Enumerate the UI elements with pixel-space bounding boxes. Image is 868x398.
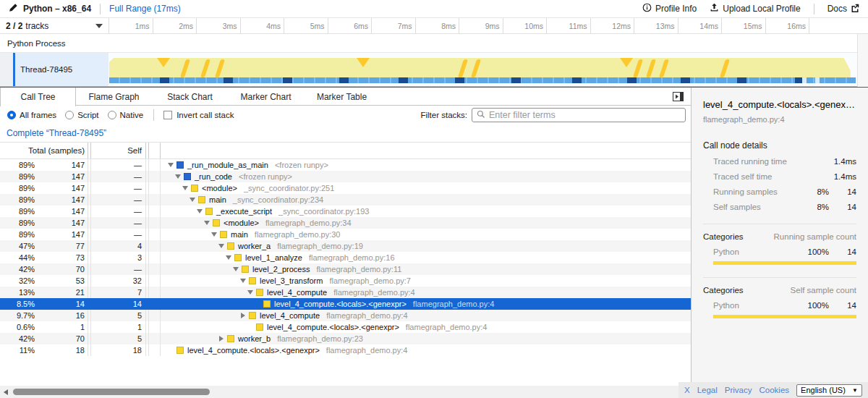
row-total-percent: 89% xyxy=(0,207,38,216)
tab-marker-table[interactable]: Marker Table xyxy=(304,88,380,106)
column-total-samples[interactable]: Total (samples) xyxy=(0,146,87,155)
scroll-left-arrow-icon[interactable] xyxy=(4,389,8,395)
triangle-icon xyxy=(197,209,203,213)
scrollbar-thumb[interactable] xyxy=(13,389,210,395)
tab-call-tree[interactable]: Call Tree xyxy=(0,88,76,106)
tab-marker-chart[interactable]: Marker Chart xyxy=(228,88,304,106)
category-square-icon xyxy=(205,208,213,215)
expand-right-icon[interactable] xyxy=(217,336,226,342)
table-row[interactable]: 89%147—_run_code<frozen runpy> xyxy=(0,171,691,182)
tracks-word: tracks xyxy=(25,21,48,31)
triangle-icon xyxy=(190,198,195,202)
icon-column xyxy=(149,344,161,356)
function-name: <module> xyxy=(202,184,237,192)
filter-stacks-input[interactable]: Enter filter terms xyxy=(472,108,686,122)
docs-link[interactable]: Docs xyxy=(827,4,859,14)
timeline-vertical-scrollbar[interactable] xyxy=(857,34,868,87)
radio-all-frames[interactable] xyxy=(7,111,16,119)
file-location: flamegraph_demo.py:30 xyxy=(255,230,341,239)
table-row[interactable]: 89%147—<module>flamegraph_demo.py:34 xyxy=(0,217,691,229)
breadcrumb[interactable]: Complete “Thread-78495” xyxy=(7,128,106,138)
row-total-samples: 147 xyxy=(38,195,87,204)
footer-link-cookies[interactable]: Cookies xyxy=(760,386,790,394)
table-row[interactable]: 32%5332level_3_transformflamegraph_demo.… xyxy=(0,275,691,287)
detail-row: Self samples8%14 xyxy=(703,203,856,211)
table-row[interactable]: 42%70—level_2_processflamegraph_demo.py:… xyxy=(0,263,691,275)
expand-down-icon[interactable] xyxy=(246,290,255,295)
table-row[interactable]: 44%733level_1_analyzeflamegraph_demo.py:… xyxy=(0,252,691,263)
radio-script[interactable] xyxy=(65,111,74,119)
expand-down-icon[interactable] xyxy=(224,255,233,260)
category-heading-right: Running sample count xyxy=(774,232,856,241)
file-location: _sync_coordinator.py:193 xyxy=(278,207,369,216)
footer-link-privacy[interactable]: Privacy xyxy=(725,386,752,394)
category-square-icon xyxy=(198,196,205,203)
expand-down-icon[interactable] xyxy=(231,267,240,271)
table-row[interactable]: 9.7%165level_4_computeflamegraph_demo.py… xyxy=(0,310,691,321)
expand-down-icon[interactable] xyxy=(239,279,247,283)
icon-column xyxy=(149,321,161,333)
expand-right-icon[interactable] xyxy=(239,313,247,318)
table-row[interactable]: 13%217level_4_computeflamegraph_demo.py:… xyxy=(0,287,691,298)
ruler-tick: 13ms xyxy=(634,18,678,33)
expand-down-icon[interactable] xyxy=(181,186,190,190)
file-location: flamegraph_demo.py:4 xyxy=(406,323,488,331)
file-location: flamegraph_demo.py:4 xyxy=(326,346,408,355)
icon-column xyxy=(149,298,161,310)
table-row[interactable]: 42%705worker_bflamegraph_demo.py:23 xyxy=(0,333,691,344)
table-row[interactable]: 47%774worker_aflamegraph_demo.py:19 xyxy=(0,240,691,252)
triangle-icon xyxy=(226,255,231,260)
upload-profile-button[interactable]: Upload Local Profile xyxy=(710,3,800,14)
edit-pencil-icon[interactable] xyxy=(9,3,18,14)
table-row[interactable]: 89%147—_execute_script_sync_coordinator.… xyxy=(0,206,691,217)
table-row[interactable]: 89%147—_run_module_as_main<frozen runpy> xyxy=(0,159,691,171)
marker-slash-icon xyxy=(215,59,225,77)
thread-activity-graph[interactable] xyxy=(109,53,857,86)
full-range-link[interactable]: Full Range (17ms) xyxy=(109,4,181,14)
function-name: level_1_analyze xyxy=(245,253,302,262)
table-row[interactable]: 89%147—main_sync_coordinator.py:234 xyxy=(0,194,691,206)
triangle-icon xyxy=(247,290,253,295)
table-row[interactable]: 11%1818level_4_compute.<locals>.<genexpr… xyxy=(0,344,691,356)
language-select[interactable]: English (US) ▼ xyxy=(796,384,862,397)
row-total-samples: 16 xyxy=(38,311,87,320)
column-self[interactable]: Self xyxy=(91,146,145,155)
expand-down-icon[interactable] xyxy=(174,174,182,179)
thread-label[interactable]: Thread-78495 xyxy=(15,53,109,86)
tab-stack-chart[interactable]: Stack Chart xyxy=(152,88,228,106)
tracks-dropdown[interactable]: 2 / 2 tracks xyxy=(0,18,109,33)
table-row[interactable]: 89%147—<module>_sync_coordinator.py:251 xyxy=(0,182,691,194)
invert-call-stack-checkbox[interactable] xyxy=(163,111,172,119)
ruler-tick: 11ms xyxy=(547,18,591,33)
footer-link-legal[interactable]: Legal xyxy=(697,386,718,394)
table-row[interactable]: 0.6%11level_4_compute.<locals>.<genexpr>… xyxy=(0,321,691,333)
detail-value: 14 xyxy=(829,203,856,211)
expand-down-icon[interactable] xyxy=(217,244,226,248)
expand-down-icon[interactable] xyxy=(166,163,175,167)
thread-track[interactable]: Thread-78495 xyxy=(0,53,857,87)
row-tree-cell: main_sync_coordinator.py:234 xyxy=(161,195,691,204)
category-item-percent: 100% xyxy=(801,301,829,310)
icon-column xyxy=(149,240,161,252)
row-tree-cell: level_4_compute.<locals>.<genexpr>flameg… xyxy=(161,323,691,331)
table-row[interactable]: 89%147—mainflamegraph_demo.py:30 xyxy=(0,229,691,240)
radio-native[interactable] xyxy=(108,111,116,119)
table-row[interactable]: 8.5%1414level_4_compute.<locals>.<genexp… xyxy=(0,298,691,310)
process-track-header[interactable]: Python Process xyxy=(0,34,857,53)
category-square-icon xyxy=(184,173,191,180)
radio-label: Native xyxy=(120,111,144,119)
tab-flame-graph[interactable]: Flame Graph xyxy=(76,88,152,106)
file-location: <frozen runpy> xyxy=(239,172,292,181)
profile-info-button[interactable]: Profile Info xyxy=(642,3,697,14)
expand-down-icon[interactable] xyxy=(188,198,197,202)
cpu-busy-segment xyxy=(160,77,169,83)
sidebar-toggle-icon[interactable] xyxy=(673,91,859,104)
expand-down-icon[interactable] xyxy=(203,221,211,225)
expand-down-icon[interactable] xyxy=(210,232,218,237)
expand-down-icon[interactable] xyxy=(195,209,204,213)
footer-dismiss-button[interactable]: X xyxy=(684,386,690,394)
filter-stacks-label: Filter stacks: xyxy=(420,111,467,119)
horizontal-scrollbar[interactable] xyxy=(0,386,680,398)
profile-title: Python – x86_64 xyxy=(23,4,91,14)
row-tree-cell: level_4_compute.<locals>.<genexpr>flameg… xyxy=(161,346,691,355)
